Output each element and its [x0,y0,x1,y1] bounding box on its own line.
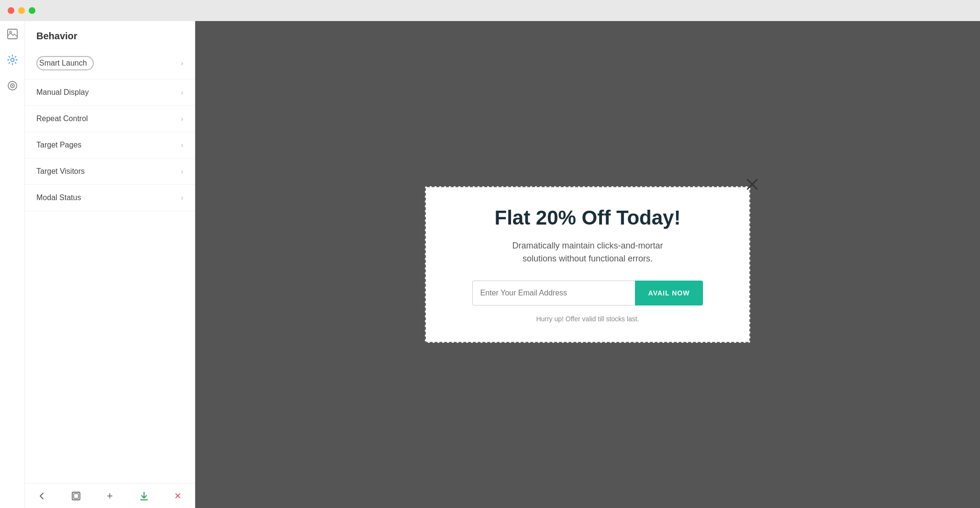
titlebar [0,0,980,21]
menu-items: Smart Launch › Manual Display › Repeat C… [25,47,195,265]
chevron-icon-repeat-control: › [181,115,183,123]
main-container: Behavior Smart Launch › Manual Display › [0,21,980,508]
modal-status-label: Modal Status [36,193,81,202]
delete-button[interactable]: ✕ [169,487,187,505]
modal-note: Hurry up! Offer valid till stocks last. [445,315,730,323]
chevron-icon-modal-status: › [181,194,183,202]
empty-area [25,265,195,483]
avail-now-button[interactable]: AVAIL NOW [635,281,703,305]
manual-display-label: Manual Display [36,88,89,97]
chevron-icon-target-pages: › [181,141,183,149]
modal-title: Flat 20% Off Today! [445,206,730,229]
email-input[interactable] [472,281,635,305]
add-button[interactable]: + [101,487,119,505]
modal-close-button[interactable] [746,178,759,191]
target-icon[interactable] [7,80,18,91]
sidebar-item-target-visitors[interactable]: Target Visitors › [25,158,195,185]
svg-point-2 [11,58,14,62]
back-button[interactable] [33,487,51,505]
chevron-icon-manual-display: › [181,89,183,96]
left-icon-column [0,21,25,508]
repeat-control-label: Repeat Control [36,114,88,123]
sidebar-item-modal-status[interactable]: Modal Status › [25,185,195,211]
sidebar-title: Behavior [25,21,195,47]
sidebar-item-manual-display[interactable]: Manual Display › [25,79,195,106]
download-button[interactable] [135,487,153,505]
image-icon[interactable] [7,29,18,39]
close-button[interactable] [8,7,14,14]
sidebar: Behavior Smart Launch › Manual Display › [0,21,195,508]
target-pages-label: Target Pages [36,141,81,149]
svg-rect-7 [74,494,78,498]
modal-popup: Flat 20% Off Today! Dramatically maintai… [425,186,750,342]
sidebar-item-repeat-control[interactable]: Repeat Control › [25,106,195,132]
svg-point-5 [11,85,13,87]
maximize-button[interactable] [29,7,35,14]
chevron-icon-target-visitors: › [181,168,183,175]
minimize-button[interactable] [18,7,25,14]
modal-subtitle: Dramatically maintain clicks-and-mortars… [445,239,730,265]
settings-icon[interactable] [7,55,18,65]
sidebar-item-smart-launch[interactable]: Smart Launch › [25,47,195,79]
target-visitors-label: Target Visitors [36,167,85,176]
menu-column: Behavior Smart Launch › Manual Display › [25,21,195,508]
bottom-toolbar: + ✕ [25,483,195,508]
smart-launch-label: Smart Launch [39,59,87,67]
chevron-icon-smart-launch: › [181,59,183,67]
modal-form: AVAIL NOW [445,281,730,305]
sidebar-item-target-pages[interactable]: Target Pages › [25,132,195,158]
frame-button[interactable] [67,487,85,505]
preview-area: Flat 20% Off Today! Dramatically maintai… [195,21,980,508]
